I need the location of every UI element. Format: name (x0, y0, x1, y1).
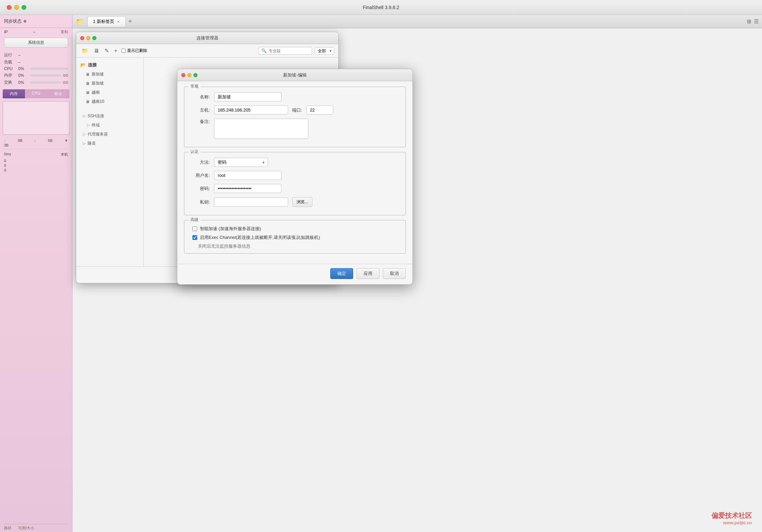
advanced-section: 高级 智能加速 (加速海外服务器连接) 启用Exec Channel(若连接上就… (184, 220, 406, 254)
tree-sub-proxy[interactable]: ▷ 代理服务器 (76, 130, 143, 139)
edit-window-controls (181, 73, 197, 77)
host-label: 本机 (61, 152, 68, 157)
tree-item-vn2[interactable]: 🖥 越南10 (76, 97, 143, 106)
host-row: 主机: 端口: (190, 105, 400, 115)
name-input[interactable] (214, 92, 281, 101)
down-arrow-icon: ↓ (34, 138, 36, 143)
cm-new-conn-btn[interactable]: 🖥 (92, 47, 100, 55)
tree-sub-terminal-label: 终端 (92, 122, 100, 128)
cpu-value: 0% (18, 66, 28, 71)
host-input[interactable] (214, 105, 288, 115)
exec-channel-label: 启用Exec Channel(若连接上就被断开,请关闭该项,比如跳板机) (200, 234, 320, 241)
latency-label: 0ms (4, 152, 11, 157)
mem-fraction: 0/0 (63, 73, 68, 77)
tab-memory[interactable]: 内存 (3, 89, 25, 98)
name-label: 名称: (190, 94, 210, 100)
method-select-wrap: 密码 公钥 键盘交互 ▼ (214, 158, 268, 167)
cm-search-input[interactable] (269, 49, 309, 53)
run-label: 运行 (4, 52, 16, 58)
folder-icon[interactable]: 📁 (76, 18, 83, 25)
method-label: 方法: (190, 159, 210, 165)
tree-item-sg1[interactable]: 🖥 新加坡 (76, 70, 143, 79)
tab-add-icon[interactable]: + (128, 18, 132, 25)
cm-min-btn[interactable] (86, 36, 90, 40)
username-input[interactable] (214, 171, 281, 180)
general-section: 常规 名称: 主机: 端口: 备注: (184, 87, 406, 147)
copy-button[interactable]: 复制 (61, 29, 68, 34)
browse-button[interactable]: 浏览... (292, 197, 312, 207)
load-row: 负载 – (4, 59, 68, 66)
exec-channel-checkbox[interactable] (192, 235, 197, 240)
ip-row: IP – 复制 (0, 28, 72, 36)
expand-icon-tunnel: ▷ (83, 141, 86, 146)
auth-section-content: 方法: 密码 公钥 键盘交互 ▼ 用户名: (184, 152, 405, 215)
sys-info-button[interactable]: 系统信息 (4, 38, 68, 48)
show-deleted-text: 显示已删除 (127, 48, 147, 54)
server-icon-1: 🖥 (86, 72, 90, 77)
search-icon: 🔍 (261, 48, 267, 53)
cm-filter-wrap: 全部 ▼ (315, 47, 334, 55)
menu-icon[interactable]: ☰ (754, 18, 759, 25)
tree-sub-ssh[interactable]: ▷ SSH连接 (76, 112, 143, 121)
tree-sub-tunnel-label: 隧道 (88, 140, 96, 146)
grid-icon[interactable]: ⊞ (747, 18, 751, 25)
password-input[interactable] (214, 184, 281, 193)
upload-value: 9B (18, 138, 22, 143)
tree-sub-terminal[interactable]: ▷ 终端 (76, 121, 143, 130)
cancel-button[interactable]: 取消 (383, 268, 406, 279)
advanced-section-label: 高级 (188, 217, 201, 223)
server-icon-4: 🖥 (86, 99, 90, 104)
title-bar: FinalShell 3.9.8.2 (0, 0, 762, 15)
cm-add-btn[interactable]: + (113, 47, 119, 55)
tab-cpu[interactable]: CPU (25, 89, 47, 98)
load-value: – (18, 60, 28, 65)
ok-button[interactable]: 确定 (330, 268, 353, 279)
cm-max-btn[interactable] (92, 36, 96, 40)
main-layout: 同步状态 IP – 复制 系统信息 运行 – 负载 – CPU 0% (0, 15, 762, 532)
exec-channel-row: 启用Exec Channel(若连接上就被断开,请关闭该项,比如跳板机) (190, 234, 400, 241)
folder-open-icon: 📂 (80, 62, 86, 68)
tree-item-sg2[interactable]: 🖥 新加坡 (76, 79, 143, 88)
tab-close-icon[interactable]: ✕ (117, 20, 120, 24)
exec-channel-note-row: 关闭后无法监控服务器信息 (190, 243, 400, 249)
show-deleted-label[interactable]: 显示已删除 (121, 48, 147, 54)
tree-item-label-3: 越南 (92, 90, 100, 95)
tree-folder-conn[interactable]: 📂 连接 (76, 60, 143, 70)
note-input[interactable] (214, 119, 308, 139)
maximize-btn[interactable] (22, 5, 26, 10)
note-label: 备注: (190, 119, 210, 125)
close-btn[interactable] (7, 5, 11, 10)
monitor-tabs: 内存 CPU 命令 (3, 89, 69, 98)
dropdown-arrow-icon[interactable]: ▼ (64, 138, 68, 143)
active-tab[interactable]: 1 新标签页 ✕ (87, 16, 126, 27)
cm-edit-btn[interactable]: ✎ (103, 47, 110, 55)
swap-bar-container (30, 82, 61, 84)
cpu-bar-container (30, 68, 68, 70)
edit-min-btn[interactable] (187, 73, 191, 77)
smart-accel-checkbox[interactable] (192, 226, 197, 231)
sidebar-stats: 运行 – 负载 – CPU 0% 内存 0% 0/0 (0, 50, 72, 88)
auth-section: 认证 方法: 密码 公钥 键盘交互 ▼ (184, 152, 406, 215)
method-select[interactable]: 密码 公钥 键盘交互 (214, 158, 268, 167)
cm-new-folder-btn[interactable]: 📁 (80, 47, 90, 55)
sidebar: 同步状态 IP – 复制 系统信息 运行 – 负载 – CPU 0% (0, 15, 72, 532)
cm-close-btn[interactable] (80, 36, 84, 40)
tree-item-vn1[interactable]: 🖥 越南 (76, 88, 143, 97)
cpu-row: CPU 0% (4, 66, 68, 72)
edit-close-btn[interactable] (181, 73, 185, 77)
port-input[interactable] (306, 105, 333, 115)
cm-filter-select[interactable]: 全部 (315, 47, 334, 55)
tab-command[interactable]: 命令 (47, 89, 69, 98)
show-deleted-checkbox[interactable] (121, 49, 126, 53)
tree-sub-ssh-label: SSH连接 (88, 113, 104, 119)
apply-button[interactable]: 应用 (357, 268, 379, 279)
private-key-input[interactable] (214, 197, 288, 207)
minimize-btn[interactable] (14, 5, 19, 10)
up-arrow-icon: ↑ (4, 138, 6, 143)
watermark-line2: www.peljki.cn (711, 520, 752, 525)
tree-sub-tunnel[interactable]: ▷ 隧道 (76, 139, 143, 148)
tree-sub-proxy-label: 代理服务器 (88, 131, 108, 137)
tree-item-label-4: 越南10 (92, 99, 104, 104)
edit-max-btn[interactable] (193, 73, 197, 77)
net-row-2: 0 (4, 163, 68, 168)
